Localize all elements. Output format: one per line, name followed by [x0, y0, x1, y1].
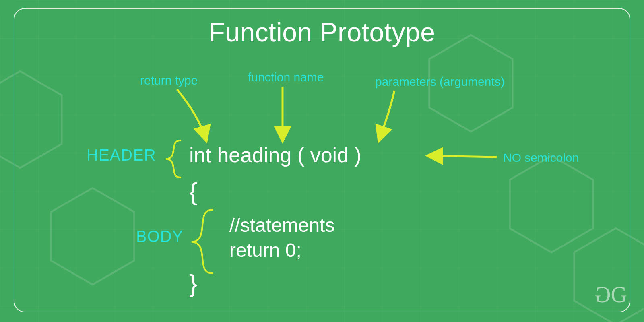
code-open-paren: (	[297, 143, 304, 167]
diagram-card: Function Prototype return type function …	[0, 0, 644, 322]
code-close-brace: }	[189, 269, 198, 297]
hexagon-decoration	[48, 185, 137, 287]
code-header-line: int heading ( void )	[189, 143, 361, 167]
code-parameter: void	[310, 143, 349, 167]
annotation-no-semicolon: NO semicolon	[503, 151, 579, 165]
svg-marker-4	[574, 228, 644, 322]
annotation-function-name: function name	[248, 70, 324, 84]
code-open-brace: {	[189, 177, 198, 206]
watermark-logo: GG	[597, 282, 625, 308]
svg-marker-0	[0, 71, 62, 168]
code-return: return 0;	[229, 238, 301, 262]
code-statements: //statements	[229, 213, 334, 237]
code-function-name: heading	[217, 143, 291, 167]
svg-marker-1	[51, 188, 134, 285]
annotation-parameters: parameters (arguments)	[375, 75, 505, 89]
hexagon-decoration	[572, 225, 644, 322]
hexagon-decoration	[0, 68, 64, 171]
label-header: HEADER	[87, 146, 156, 164]
brace-header	[164, 139, 184, 179]
code-return-type: int	[189, 143, 211, 167]
svg-marker-3	[510, 156, 593, 252]
label-body: BODY	[136, 227, 183, 246]
annotation-return-type: return type	[140, 74, 198, 87]
hexagon-decoration	[507, 153, 596, 255]
brace-body	[189, 207, 217, 276]
code-close-paren: )	[355, 143, 361, 167]
diagram-title: Function Prototype	[0, 17, 644, 47]
